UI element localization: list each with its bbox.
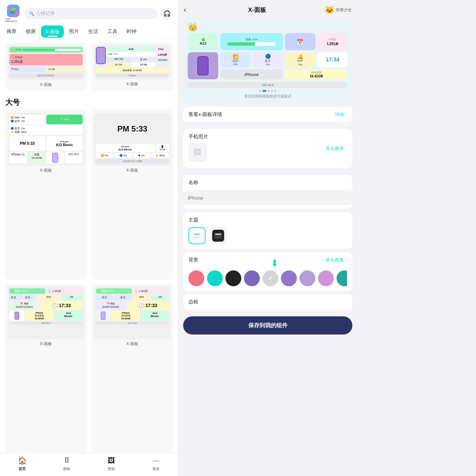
photo-row[interactable]: 手机照片 🖼 美化图库 ›	[183, 129, 352, 168]
widget-preview-small-2: A13 电量: 57% WiFi ON 蓝 ON 铃 ON 17:33	[94, 45, 171, 79]
widget-preview-small-1: 🔋57% 🚶938步 1,251步 📅周四 17:33 2022年10月06日	[7, 45, 85, 80]
widget-card-2-label: X-面板	[94, 81, 171, 87]
ios-badge: iOS 16.0	[188, 82, 348, 88]
color-light-purple[interactable]	[299, 270, 315, 286]
details-section: 查看x-面板详情 详情 ›	[183, 107, 352, 122]
widget-grid: 📶 WiFi: On 🔵 蓝牙: On 🔋 57% 🔵 蓝牙: On ☀️ 亮度…	[0, 110, 178, 453]
photo-chevron: ›	[345, 146, 347, 151]
theme-options	[188, 227, 347, 244]
tab-xpanel[interactable]: X-面板	[41, 25, 64, 38]
avatar-area: 🐱 疙瘩少女	[325, 5, 352, 15]
large-widget-2-label: X-面板	[94, 168, 171, 173]
color-teal[interactable]	[207, 270, 223, 286]
pw-time: 17:34	[317, 52, 348, 67]
color-dark-teal[interactable]	[337, 270, 347, 286]
border-section: 边框	[183, 294, 352, 310]
theme-section: 主题	[183, 212, 352, 249]
theme-dark[interactable]	[210, 227, 227, 244]
color-black[interactable]	[225, 270, 241, 286]
icons-icon: ⠿	[64, 456, 69, 465]
nav-icons[interactable]: ⠿ 图标	[45, 453, 89, 476]
border-label: 边框	[188, 299, 198, 304]
pw-storage: 剩余家庭 16.41GB	[285, 69, 348, 79]
dot-4	[271, 90, 273, 92]
color-purple[interactable]	[281, 270, 297, 286]
tabs-row: 推荐 锁屏 X-面板 照片 生活 工具 时钟	[0, 25, 178, 38]
logo-text: TOP WIDGETS	[5, 18, 21, 22]
color-options	[188, 270, 347, 286]
details-chevron: ›	[345, 112, 347, 117]
section-title: 大号	[0, 94, 178, 110]
widget-card-1[interactable]: 🔋57% 🚶938步 1,251步 📅周四 17:33 2022年10月06日 …	[5, 42, 87, 90]
bottom-nav: 🏠 首页 ⠿ 图标 🖼 壁纸 ··· 更多	[0, 453, 178, 476]
save-button[interactable]: 保存到我的组件	[183, 316, 352, 335]
nav-more-label: 更多	[152, 466, 160, 471]
nav-home[interactable]: 🏠 首页	[0, 453, 45, 476]
back-button[interactable]: ‹	[184, 6, 186, 14]
name-section: 名称	[183, 175, 352, 209]
tab-clock[interactable]: 时钟	[123, 25, 140, 38]
details-row[interactable]: 查看x-面板详情 详情 ›	[183, 107, 352, 122]
dot-3	[268, 90, 270, 92]
search-icon: 🔍	[29, 11, 34, 16]
large-widget-2[interactable]: PM 5:33 iPhone A13 Bionic 📱 57% 📶 On 🔵 O…	[91, 110, 174, 280]
color-dark-purple[interactable]	[244, 270, 260, 286]
logo-area: 🧩 TOP WIDGETS	[5, 5, 21, 22]
tab-lockscreen[interactable]: 锁屏	[22, 25, 40, 38]
avatar-text: 疙瘩少女	[336, 7, 352, 13]
search-bar[interactable]: 🔍 心情记录	[24, 8, 158, 19]
color-pink[interactable]	[188, 270, 204, 286]
details-action: 详情	[335, 112, 344, 118]
widget-card-2[interactable]: A13 电量: 57% WiFi ON 蓝 ON 铃 ON 17:33	[91, 42, 174, 90]
large-widget-4-label: X-面板	[94, 341, 171, 347]
dot-2	[262, 90, 266, 92]
pw-steps: 938步 1,251步	[317, 33, 348, 50]
nav-wallpaper[interactable]: 🖼 壁纸	[89, 453, 134, 476]
lw-preview-1: 📶 WiFi: On 🔵 蓝牙: On 🔋 57% 🔵 蓝牙: On ☀️ 亮度…	[7, 113, 85, 166]
large-widget-1[interactable]: 📶 WiFi: On 🔵 蓝牙: On 🔋 57% 🔵 蓝牙: On ☀️ 亮度…	[5, 110, 87, 280]
theme-label: 主题	[188, 217, 347, 223]
photo-action: 美化图库	[326, 146, 344, 152]
tab-life[interactable]: 生活	[84, 25, 102, 38]
tab-recommend[interactable]: 推荐	[3, 25, 20, 38]
pw-calendar-icon: 📅	[285, 33, 315, 50]
dot-5	[274, 90, 276, 92]
search-placeholder: 心情记录	[36, 11, 55, 17]
nav-icons-label: 图标	[63, 466, 70, 471]
name-input[interactable]	[183, 191, 352, 205]
tab-photo[interactable]: 照片	[65, 25, 83, 38]
avatar-icon: 🐱	[325, 5, 335, 15]
header: 🧩 TOP WIDGETS 🔍 心情记录 🎧	[0, 0, 178, 25]
pw-battery-bar: 电量: 57%	[220, 33, 283, 50]
pw-bluetooth: 🔵 蓝牙 ON	[253, 52, 283, 67]
nav-more[interactable]: ··· 更多	[134, 453, 178, 476]
bg-header: 背景 美化图集 ›	[188, 257, 347, 263]
rp-title: X-面板	[189, 6, 325, 14]
name-row: 名称	[183, 175, 352, 191]
large-widget-1-label: X-面板	[7, 168, 85, 173]
large-widget-3[interactable]: 🔋 电量: 57% 🚶 1,251步 高 区 蓝 区 60% ON 📅 周四20…	[5, 284, 87, 453]
theme-light[interactable]	[188, 227, 206, 244]
color-grey[interactable]	[262, 270, 278, 286]
bg-chevron: ›	[345, 258, 347, 263]
dot-1	[259, 90, 261, 92]
lw-preview-4: 🔋 电量: 57% 🚶 1,251步 高 区 蓝 区 60% ON 📅 周四20…	[94, 286, 171, 339]
color-lavender[interactable]	[318, 270, 334, 286]
large-widget-4[interactable]: 🔋 电量: 57% 🚶 1,251步 高 区 蓝 区 60% ON 📅 周四20…	[91, 284, 174, 453]
tab-tool[interactable]: 工具	[103, 25, 121, 38]
preview-widget-grid: 🍏 A13 电量: 57% 📅 938步 1,251步	[188, 33, 348, 79]
widget-card-1-label: X-面板	[7, 82, 85, 88]
pw-iphone-label: iPhone	[220, 69, 283, 79]
bg-label: 背景	[188, 257, 326, 263]
photo-section: 手机照片 🖼 美化图库 ›	[183, 129, 352, 168]
rp-header: ‹ X-面板 🐱 疙瘩少女	[178, 0, 357, 18]
headset-button[interactable]: 🎧	[161, 8, 173, 20]
pw-wifi: 📶 WiFi ON	[220, 52, 251, 67]
pw-phone-preview	[188, 52, 218, 79]
pw-ring: 🔔 铃声 ON	[285, 52, 315, 67]
nav-wallpaper-label: 壁纸	[108, 466, 115, 471]
bg-section: 背景 美化图集 › ⬇	[183, 252, 352, 291]
home-icon: 🏠	[18, 456, 27, 465]
photo-label: 手机照片	[188, 134, 326, 140]
lw-preview-3: 🔋 电量: 57% 🚶 1,251步 高 区 蓝 区 60% ON 📅 周四20…	[7, 286, 85, 339]
